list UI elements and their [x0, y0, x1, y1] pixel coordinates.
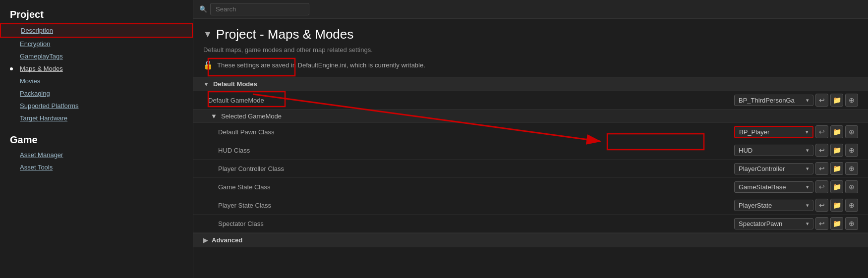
default-gamemode-value: BP_ThirdPersonGa [739, 97, 803, 104]
dropdown-pc-arrow-icon: ▾ [806, 166, 809, 172]
lock-icon: 🔓 [203, 60, 213, 70]
search-input[interactable] [210, 3, 309, 15]
page-title: Project - Maps & Modes [216, 27, 353, 42]
player-controller-class-value: PlayerController [739, 165, 803, 172]
section-selected-gamemode[interactable]: ▼ Selected GameMode [193, 110, 868, 123]
back-button-gamemode[interactable]: ↩ [815, 94, 828, 107]
sidebar-item-asset-manager[interactable]: Asset Manager [0, 149, 193, 161]
page-subtitle: Default maps, game modes and other map r… [193, 45, 868, 57]
sidebar-item-packaging[interactable]: Packaging [0, 87, 193, 100]
default-pawn-class-label: Default Pawn Class [218, 128, 734, 136]
spectator-class-value: SpectatorPawn [739, 220, 803, 227]
back-button-hud[interactable]: ↩ [815, 144, 828, 157]
add-button-pawn[interactable]: ⊕ [845, 125, 858, 138]
folder-button-ps[interactable]: 📁 [830, 199, 843, 212]
game-state-class-control: GameStateBase ▾ ↩ 📁 ⊕ [734, 180, 858, 193]
chevron-down-selected-icon: ▼ [211, 112, 217, 120]
game-state-class-dropdown[interactable]: GameStateBase ▾ [734, 181, 813, 193]
row-spectator-class: Spectator Class SpectatorPawn ▾ ↩ 📁 ⊕ [193, 215, 868, 233]
row-default-gamemode: Default GameMode BP_ThirdPersonGa ▾ ↩ 📁 … [193, 91, 868, 110]
main-content: 🔍 ▼ Project - Maps & Modes Default maps,… [193, 0, 868, 278]
section-advanced-label: Advanced [212, 236, 242, 244]
collapse-arrow-icon[interactable]: ▼ [203, 29, 212, 40]
section-advanced[interactable]: ▶ Advanced [193, 233, 868, 247]
dropdown-pawn-arrow-icon: ▾ [806, 129, 809, 135]
section-selected-gamemode-label: Selected GameMode [221, 112, 282, 120]
default-pawn-class-control: BP_Player ▾ ↩ 📁 ⊕ [734, 125, 858, 138]
info-bar: 🔓 These settings are saved in DefaultEng… [193, 57, 868, 73]
hud-class-label: HUD Class [218, 147, 734, 154]
player-controller-class-label: Player Controller Class [218, 165, 734, 172]
hud-class-control: HUD ▾ ↩ 📁 ⊕ [734, 144, 858, 157]
row-player-state-class: Player State Class PlayerState ▾ ↩ 📁 ⊕ [193, 196, 868, 215]
folder-button-pawn[interactable]: 📁 [830, 125, 843, 138]
sidebar-section-game: Game [0, 130, 193, 149]
chevron-right-advanced-icon: ▶ [203, 237, 208, 244]
back-button-spec[interactable]: ↩ [815, 217, 828, 230]
default-gamemode-label: Default GameMode [208, 97, 734, 104]
folder-button-gs[interactable]: 📁 [830, 180, 843, 193]
dropdown-ps-arrow-icon: ▾ [806, 202, 809, 209]
sidebar-item-supported-platforms[interactable]: Supported Platforms [0, 100, 193, 112]
add-button-gs[interactable]: ⊕ [845, 180, 858, 193]
search-icon: 🔍 [199, 5, 207, 13]
folder-button-spec[interactable]: 📁 [830, 217, 843, 230]
dropdown-gs-arrow-icon: ▾ [806, 184, 809, 190]
add-button-hud[interactable]: ⊕ [845, 144, 858, 157]
dropdown-hud-arrow-icon: ▾ [806, 147, 809, 154]
sidebar-item-maps-modes[interactable]: Maps & Modes [0, 62, 193, 75]
sidebar-item-encryption[interactable]: Encryption [0, 38, 193, 50]
add-button-ps[interactable]: ⊕ [845, 199, 858, 212]
folder-button-pc[interactable]: 📁 [830, 162, 843, 175]
game-state-class-label: Game State Class [218, 183, 734, 191]
section-default-modes-label: Default Modes [213, 80, 257, 88]
player-state-class-value: PlayerState [739, 202, 803, 209]
section-default-modes[interactable]: ▼ Default Modes [193, 77, 868, 91]
sidebar-item-description[interactable]: Description [0, 23, 193, 38]
page-title-bar: ▼ Project - Maps & Modes [193, 19, 868, 45]
row-player-controller-class: Player Controller Class PlayerController… [193, 160, 868, 178]
default-gamemode-control: BP_ThirdPersonGa ▾ ↩ 📁 ⊕ [734, 94, 858, 107]
dropdown-spec-arrow-icon: ▾ [806, 221, 809, 227]
chevron-down-icon: ▼ [203, 81, 209, 88]
add-button-gamemode[interactable]: ⊕ [845, 94, 858, 107]
spectator-class-dropdown[interactable]: SpectatorPawn ▾ [734, 218, 813, 229]
back-button-pawn[interactable]: ↩ [815, 125, 828, 138]
row-hud-class: HUD Class HUD ▾ ↩ 📁 ⊕ [193, 141, 868, 160]
back-button-pc[interactable]: ↩ [815, 162, 828, 175]
default-gamemode-dropdown[interactable]: BP_ThirdPersonGa ▾ [734, 95, 813, 106]
folder-button-gamemode[interactable]: 📁 [830, 94, 843, 107]
row-default-pawn-class: Default Pawn Class BP_Player ▾ ↩ 📁 ⊕ [193, 123, 868, 141]
player-state-class-control: PlayerState ▾ ↩ 📁 ⊕ [734, 199, 858, 212]
dropdown-arrow-icon: ▾ [806, 97, 809, 104]
search-bar: 🔍 [193, 0, 868, 19]
sidebar-item-asset-tools[interactable]: Asset Tools [0, 161, 193, 173]
spectator-class-control: SpectatorPawn ▾ ↩ 📁 ⊕ [734, 217, 858, 230]
hud-class-dropdown[interactable]: HUD ▾ [734, 145, 813, 156]
player-state-class-label: Player State Class [218, 202, 734, 209]
back-button-gs[interactable]: ↩ [815, 180, 828, 193]
sidebar-item-movies[interactable]: Movies [0, 75, 193, 87]
sidebar-section-project: Project [0, 5, 193, 23]
row-game-state-class: Game State Class GameStateBase ▾ ↩ 📁 ⊕ [193, 178, 868, 196]
add-button-spec[interactable]: ⊕ [845, 217, 858, 230]
add-button-pc[interactable]: ⊕ [845, 162, 858, 175]
main-panel: 🔍 ▼ Project - Maps & Modes Default maps,… [193, 0, 868, 278]
hud-class-value: HUD [739, 147, 803, 154]
sidebar-item-target-hardware[interactable]: Target Hardware [0, 112, 193, 124]
default-pawn-class-value: BP_Player [739, 128, 803, 136]
folder-button-hud[interactable]: 📁 [830, 144, 843, 157]
back-button-ps[interactable]: ↩ [815, 199, 828, 212]
sidebar-item-gameplaytags[interactable]: GameplayTags [0, 50, 193, 62]
player-state-class-dropdown[interactable]: PlayerState ▾ [734, 200, 813, 211]
spectator-class-label: Spectator Class [218, 220, 734, 227]
sidebar: Project Description Encryption GameplayT… [0, 0, 193, 278]
player-controller-class-control: PlayerController ▾ ↩ 📁 ⊕ [734, 162, 858, 175]
game-state-class-value: GameStateBase [739, 183, 803, 191]
info-text: These settings are saved in DefaultEngin… [217, 61, 425, 69]
player-controller-class-dropdown[interactable]: PlayerController ▾ [734, 163, 813, 174]
default-pawn-class-dropdown[interactable]: BP_Player ▾ [734, 126, 813, 138]
